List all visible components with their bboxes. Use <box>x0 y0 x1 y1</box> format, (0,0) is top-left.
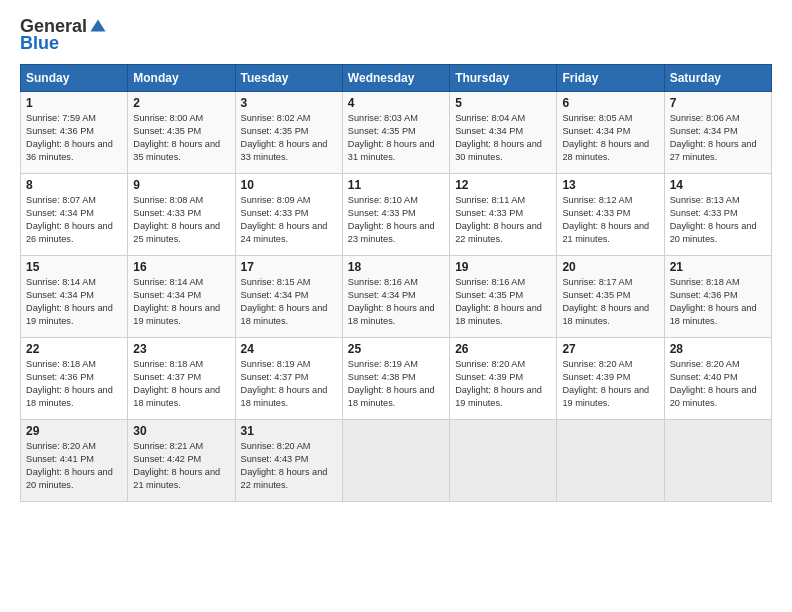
col-sunday: Sunday <box>21 65 128 92</box>
day-number: 5 <box>455 96 551 110</box>
calendar-week-row: 8 Sunrise: 8:07 AMSunset: 4:34 PMDayligh… <box>21 174 772 256</box>
table-row: 3 Sunrise: 8:02 AMSunset: 4:35 PMDayligh… <box>235 92 342 174</box>
day-number: 30 <box>133 424 229 438</box>
col-tuesday: Tuesday <box>235 65 342 92</box>
day-info: Sunrise: 8:04 AMSunset: 4:34 PMDaylight:… <box>455 112 551 164</box>
day-info: Sunrise: 8:20 AMSunset: 4:41 PMDaylight:… <box>26 440 122 492</box>
table-row: 14 Sunrise: 8:13 AMSunset: 4:33 PMDaylig… <box>664 174 771 256</box>
day-number: 13 <box>562 178 658 192</box>
day-number: 6 <box>562 96 658 110</box>
table-row: 4 Sunrise: 8:03 AMSunset: 4:35 PMDayligh… <box>342 92 449 174</box>
day-info: Sunrise: 7:59 AMSunset: 4:36 PMDaylight:… <box>26 112 122 164</box>
day-number: 23 <box>133 342 229 356</box>
day-info: Sunrise: 8:16 AMSunset: 4:34 PMDaylight:… <box>348 276 444 328</box>
table-row: 7 Sunrise: 8:06 AMSunset: 4:34 PMDayligh… <box>664 92 771 174</box>
day-number: 3 <box>241 96 337 110</box>
table-row: 26 Sunrise: 8:20 AMSunset: 4:39 PMDaylig… <box>450 338 557 420</box>
day-info: Sunrise: 8:19 AMSunset: 4:37 PMDaylight:… <box>241 358 337 410</box>
day-info: Sunrise: 8:06 AMSunset: 4:34 PMDaylight:… <box>670 112 766 164</box>
table-row: 29 Sunrise: 8:20 AMSunset: 4:41 PMDaylig… <box>21 420 128 502</box>
col-thursday: Thursday <box>450 65 557 92</box>
day-number: 28 <box>670 342 766 356</box>
table-row: 9 Sunrise: 8:08 AMSunset: 4:33 PMDayligh… <box>128 174 235 256</box>
day-info: Sunrise: 8:10 AMSunset: 4:33 PMDaylight:… <box>348 194 444 246</box>
empty-cell <box>664 420 771 502</box>
day-number: 7 <box>670 96 766 110</box>
day-number: 2 <box>133 96 229 110</box>
day-number: 25 <box>348 342 444 356</box>
day-number: 21 <box>670 260 766 274</box>
table-row: 18 Sunrise: 8:16 AMSunset: 4:34 PMDaylig… <box>342 256 449 338</box>
calendar-week-row: 22 Sunrise: 8:18 AMSunset: 4:36 PMDaylig… <box>21 338 772 420</box>
day-number: 26 <box>455 342 551 356</box>
day-number: 22 <box>26 342 122 356</box>
day-info: Sunrise: 8:07 AMSunset: 4:34 PMDaylight:… <box>26 194 122 246</box>
table-row: 2 Sunrise: 8:00 AMSunset: 4:35 PMDayligh… <box>128 92 235 174</box>
table-row: 25 Sunrise: 8:19 AMSunset: 4:38 PMDaylig… <box>342 338 449 420</box>
logo: General Blue <box>20 16 107 54</box>
table-row: 12 Sunrise: 8:11 AMSunset: 4:33 PMDaylig… <box>450 174 557 256</box>
day-number: 29 <box>26 424 122 438</box>
table-row: 17 Sunrise: 8:15 AMSunset: 4:34 PMDaylig… <box>235 256 342 338</box>
logo-icon <box>89 18 107 36</box>
table-row: 10 Sunrise: 8:09 AMSunset: 4:33 PMDaylig… <box>235 174 342 256</box>
day-info: Sunrise: 8:18 AMSunset: 4:37 PMDaylight:… <box>133 358 229 410</box>
table-row: 19 Sunrise: 8:16 AMSunset: 4:35 PMDaylig… <box>450 256 557 338</box>
day-number: 1 <box>26 96 122 110</box>
day-number: 24 <box>241 342 337 356</box>
table-row: 13 Sunrise: 8:12 AMSunset: 4:33 PMDaylig… <box>557 174 664 256</box>
day-info: Sunrise: 8:20 AMSunset: 4:40 PMDaylight:… <box>670 358 766 410</box>
col-wednesday: Wednesday <box>342 65 449 92</box>
empty-cell <box>557 420 664 502</box>
day-info: Sunrise: 8:21 AMSunset: 4:42 PMDaylight:… <box>133 440 229 492</box>
day-info: Sunrise: 8:03 AMSunset: 4:35 PMDaylight:… <box>348 112 444 164</box>
logo-blue-text: Blue <box>20 33 59 54</box>
header: General Blue <box>20 16 772 54</box>
day-info: Sunrise: 8:19 AMSunset: 4:38 PMDaylight:… <box>348 358 444 410</box>
day-number: 9 <box>133 178 229 192</box>
table-row: 30 Sunrise: 8:21 AMSunset: 4:42 PMDaylig… <box>128 420 235 502</box>
table-row: 24 Sunrise: 8:19 AMSunset: 4:37 PMDaylig… <box>235 338 342 420</box>
day-number: 31 <box>241 424 337 438</box>
calendar-week-row: 15 Sunrise: 8:14 AMSunset: 4:34 PMDaylig… <box>21 256 772 338</box>
day-number: 18 <box>348 260 444 274</box>
table-row: 1 Sunrise: 7:59 AMSunset: 4:36 PMDayligh… <box>21 92 128 174</box>
empty-cell <box>342 420 449 502</box>
table-row: 15 Sunrise: 8:14 AMSunset: 4:34 PMDaylig… <box>21 256 128 338</box>
calendar-week-row: 29 Sunrise: 8:20 AMSunset: 4:41 PMDaylig… <box>21 420 772 502</box>
day-number: 27 <box>562 342 658 356</box>
empty-cell <box>450 420 557 502</box>
table-row: 22 Sunrise: 8:18 AMSunset: 4:36 PMDaylig… <box>21 338 128 420</box>
table-row: 5 Sunrise: 8:04 AMSunset: 4:34 PMDayligh… <box>450 92 557 174</box>
day-number: 20 <box>562 260 658 274</box>
table-row: 21 Sunrise: 8:18 AMSunset: 4:36 PMDaylig… <box>664 256 771 338</box>
day-info: Sunrise: 8:00 AMSunset: 4:35 PMDaylight:… <box>133 112 229 164</box>
day-info: Sunrise: 8:02 AMSunset: 4:35 PMDaylight:… <box>241 112 337 164</box>
day-number: 4 <box>348 96 444 110</box>
day-info: Sunrise: 8:13 AMSunset: 4:33 PMDaylight:… <box>670 194 766 246</box>
table-row: 11 Sunrise: 8:10 AMSunset: 4:33 PMDaylig… <box>342 174 449 256</box>
calendar-week-row: 1 Sunrise: 7:59 AMSunset: 4:36 PMDayligh… <box>21 92 772 174</box>
day-number: 19 <box>455 260 551 274</box>
day-number: 14 <box>670 178 766 192</box>
col-friday: Friday <box>557 65 664 92</box>
page: General Blue Sunday Monday Tuesday Wedne… <box>0 0 792 612</box>
day-info: Sunrise: 8:20 AMSunset: 4:39 PMDaylight:… <box>455 358 551 410</box>
day-info: Sunrise: 8:14 AMSunset: 4:34 PMDaylight:… <box>26 276 122 328</box>
table-row: 28 Sunrise: 8:20 AMSunset: 4:40 PMDaylig… <box>664 338 771 420</box>
day-info: Sunrise: 8:14 AMSunset: 4:34 PMDaylight:… <box>133 276 229 328</box>
table-row: 8 Sunrise: 8:07 AMSunset: 4:34 PMDayligh… <box>21 174 128 256</box>
day-info: Sunrise: 8:11 AMSunset: 4:33 PMDaylight:… <box>455 194 551 246</box>
day-number: 17 <box>241 260 337 274</box>
col-saturday: Saturday <box>664 65 771 92</box>
day-info: Sunrise: 8:09 AMSunset: 4:33 PMDaylight:… <box>241 194 337 246</box>
table-row: 31 Sunrise: 8:20 AMSunset: 4:43 PMDaylig… <box>235 420 342 502</box>
table-row: 23 Sunrise: 8:18 AMSunset: 4:37 PMDaylig… <box>128 338 235 420</box>
calendar-table: Sunday Monday Tuesday Wednesday Thursday… <box>20 64 772 502</box>
svg-marker-0 <box>91 19 106 31</box>
day-info: Sunrise: 8:15 AMSunset: 4:34 PMDaylight:… <box>241 276 337 328</box>
day-info: Sunrise: 8:05 AMSunset: 4:34 PMDaylight:… <box>562 112 658 164</box>
day-info: Sunrise: 8:20 AMSunset: 4:39 PMDaylight:… <box>562 358 658 410</box>
day-info: Sunrise: 8:12 AMSunset: 4:33 PMDaylight:… <box>562 194 658 246</box>
day-number: 10 <box>241 178 337 192</box>
